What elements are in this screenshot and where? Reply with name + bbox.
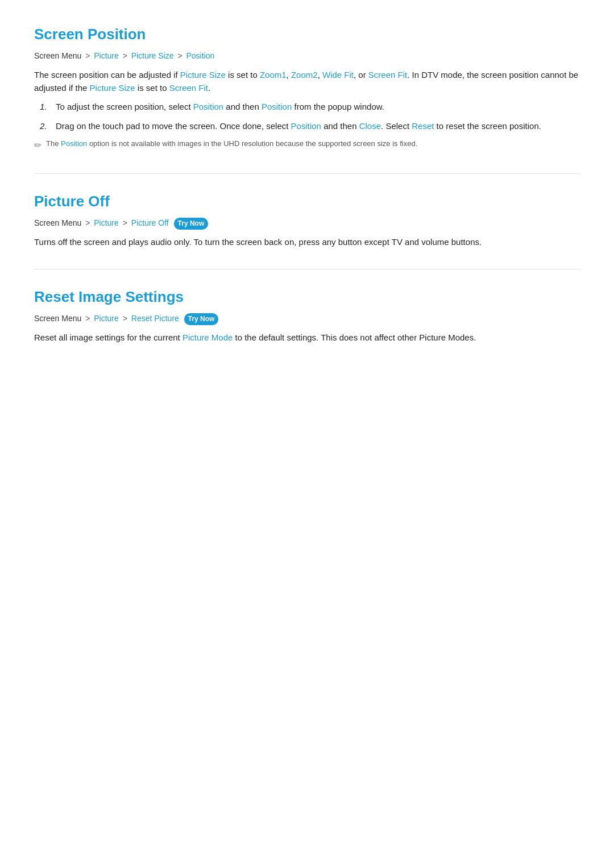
- divider-2: [34, 269, 580, 269]
- step-text-1: To adjust the screen position, select Po…: [56, 100, 384, 113]
- link-zoom2[interactable]: Zoom2: [291, 70, 318, 80]
- breadcrumb-sep-2: >: [123, 51, 130, 60]
- link-wide-fit[interactable]: Wide Fit: [322, 70, 354, 80]
- link-position-1[interactable]: Position: [193, 102, 223, 111]
- breadcrumb-sep-3: >: [177, 51, 184, 60]
- screen-position-body: The screen position can be adjusted if P…: [34, 68, 580, 95]
- link-close[interactable]: Close: [359, 121, 381, 131]
- note-text: The Position option is not available wit…: [46, 138, 417, 149]
- breadcrumb-picture-3[interactable]: Picture: [94, 314, 119, 323]
- screen-position-note: ✏ The Position option is not available w…: [34, 138, 580, 153]
- list-item-step-2: 2. Drag on the touch pad to move the scr…: [40, 119, 580, 132]
- breadcrumb-sep-5: >: [123, 218, 130, 227]
- step-number-1: 1.: [40, 100, 50, 113]
- section-title-reset-image: Reset Image Settings: [34, 285, 580, 308]
- picture-off-body: Turns off the screen and plays audio onl…: [34, 235, 580, 248]
- section-screen-position: Screen Position Screen Menu > Picture > …: [34, 23, 580, 153]
- link-picture-mode[interactable]: Picture Mode: [182, 333, 233, 342]
- step-number-2: 2.: [40, 119, 50, 132]
- step-text-2: Drag on the touch pad to move the screen…: [56, 119, 541, 132]
- breadcrumb-sep-7: >: [123, 314, 130, 323]
- breadcrumb-picture-2[interactable]: Picture: [94, 218, 119, 227]
- divider-1: [34, 173, 580, 174]
- breadcrumb-picture-off: Screen Menu > Picture > Picture Off Try …: [34, 217, 580, 230]
- breadcrumb-reset-image: Screen Menu > Picture > Reset Picture Tr…: [34, 313, 580, 325]
- breadcrumb-reset-picture[interactable]: Reset Picture: [131, 314, 179, 323]
- link-picture-size-1[interactable]: Picture Size: [180, 70, 226, 80]
- breadcrumb-picture-size[interactable]: Picture Size: [131, 51, 174, 60]
- link-screen-fit-2[interactable]: Screen Fit: [169, 83, 208, 93]
- link-picture-size-2[interactable]: Picture Size: [90, 83, 135, 93]
- list-item-step-1: 1. To adjust the screen position, select…: [40, 100, 580, 113]
- link-position-2[interactable]: Position: [262, 102, 292, 111]
- try-now-badge-reset[interactable]: Try Now: [184, 313, 219, 325]
- breadcrumb-screen-menu: Screen Menu: [34, 51, 81, 60]
- breadcrumb-picture-off-link[interactable]: Picture Off: [131, 218, 169, 227]
- try-now-badge-picture-off[interactable]: Try Now: [174, 218, 209, 230]
- screen-position-steps: 1. To adjust the screen position, select…: [34, 100, 580, 132]
- breadcrumb-position[interactable]: Position: [186, 51, 214, 60]
- breadcrumb-sep-6: >: [85, 314, 92, 323]
- link-zoom1[interactable]: Zoom1: [260, 70, 287, 80]
- section-title-picture-off: Picture Off: [34, 190, 580, 213]
- reset-image-body: Reset all image settings for the current…: [34, 331, 580, 344]
- link-screen-fit-1[interactable]: Screen Fit: [368, 70, 407, 80]
- breadcrumb-screen-menu-3: Screen Menu: [34, 314, 81, 323]
- section-title-screen-position: Screen Position: [34, 23, 580, 45]
- pencil-icon: ✏: [34, 139, 42, 153]
- section-picture-off: Picture Off Screen Menu > Picture > Pict…: [34, 190, 580, 248]
- breadcrumb-screen-position: Screen Menu > Picture > Picture Size > P…: [34, 50, 580, 63]
- link-position-3[interactable]: Position: [291, 121, 321, 131]
- breadcrumb-screen-menu-2: Screen Menu: [34, 218, 81, 227]
- breadcrumb-sep-4: >: [85, 218, 92, 227]
- section-reset-image: Reset Image Settings Screen Menu > Pictu…: [34, 285, 580, 344]
- breadcrumb-picture-1[interactable]: Picture: [94, 51, 119, 60]
- link-reset-1[interactable]: Reset: [412, 121, 434, 131]
- breadcrumb-sep-1: >: [85, 51, 92, 60]
- link-position-note[interactable]: Position: [61, 139, 87, 148]
